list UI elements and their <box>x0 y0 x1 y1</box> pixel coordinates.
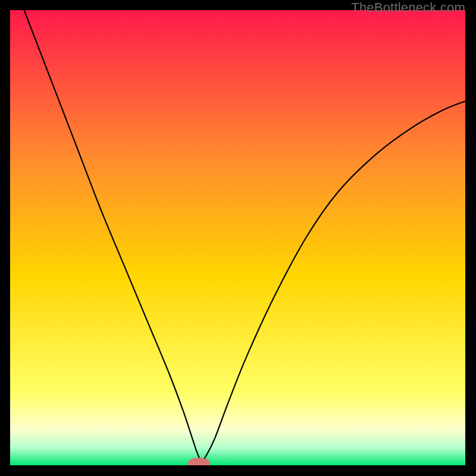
optimal-marker <box>188 458 210 465</box>
bottleneck-chart <box>10 10 465 465</box>
watermark-text: TheBottleneck.com <box>351 0 465 15</box>
gradient-background <box>10 10 465 465</box>
chart-frame <box>10 10 465 465</box>
